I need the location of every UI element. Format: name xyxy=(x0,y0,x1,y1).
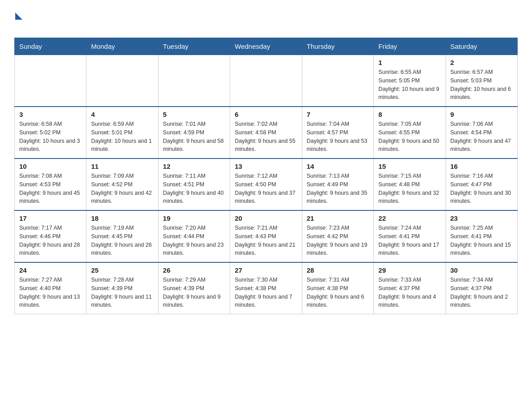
weekday-header-row: SundayMondayTuesdayWednesdayThursdayFrid… xyxy=(15,38,518,55)
week-row-1: 3Sunrise: 6:58 AMSunset: 5:02 PMDaylight… xyxy=(15,107,518,158)
calendar-cell xyxy=(302,55,373,107)
day-number: 9 xyxy=(450,111,513,118)
calendar-cell: 22Sunrise: 7:24 AMSunset: 4:41 PMDayligh… xyxy=(374,210,446,262)
weekday-header-friday: Friday xyxy=(374,38,446,55)
day-info: Sunrise: 7:31 AMSunset: 4:38 PMDaylight:… xyxy=(307,276,369,309)
weekday-header-saturday: Saturday xyxy=(446,38,517,55)
calendar-cell: 2Sunrise: 6:57 AMSunset: 5:03 PMDaylight… xyxy=(446,55,517,107)
day-info: Sunrise: 7:23 AMSunset: 4:42 PMDaylight:… xyxy=(307,224,369,257)
day-number: 1 xyxy=(378,59,441,66)
calendar-cell xyxy=(158,55,230,107)
day-number: 11 xyxy=(91,163,153,170)
day-number: 29 xyxy=(378,266,441,274)
day-info: Sunrise: 7:17 AMSunset: 4:46 PMDaylight:… xyxy=(19,224,82,257)
weekday-header-monday: Monday xyxy=(86,38,158,55)
weekday-header-thursday: Thursday xyxy=(302,38,373,55)
day-info: Sunrise: 7:01 AMSunset: 4:59 PMDaylight:… xyxy=(163,120,225,154)
day-number: 27 xyxy=(235,266,297,274)
calendar-cell: 23Sunrise: 7:25 AMSunset: 4:41 PMDayligh… xyxy=(446,210,517,262)
calendar-cell xyxy=(86,55,158,107)
calendar-cell: 18Sunrise: 7:19 AMSunset: 4:45 PMDayligh… xyxy=(86,210,158,262)
day-number: 22 xyxy=(378,214,441,222)
day-info: Sunrise: 7:30 AMSunset: 4:38 PMDaylight:… xyxy=(235,276,297,309)
week-row-0: 1Sunrise: 6:55 AMSunset: 5:05 PMDaylight… xyxy=(15,55,518,107)
calendar-cell: 11Sunrise: 7:09 AMSunset: 4:52 PMDayligh… xyxy=(86,158,158,210)
day-info: Sunrise: 7:33 AMSunset: 4:37 PMDaylight:… xyxy=(378,276,441,309)
logo-triangle-icon xyxy=(15,13,22,20)
calendar-cell: 20Sunrise: 7:21 AMSunset: 4:43 PMDayligh… xyxy=(230,210,302,262)
day-number: 24 xyxy=(19,266,82,274)
day-info: Sunrise: 7:06 AMSunset: 4:54 PMDaylight:… xyxy=(450,120,513,154)
page-header xyxy=(14,11,518,30)
calendar-cell: 4Sunrise: 6:59 AMSunset: 5:01 PMDaylight… xyxy=(86,107,158,158)
day-number: 6 xyxy=(235,111,297,118)
day-info: Sunrise: 7:20 AMSunset: 4:44 PMDaylight:… xyxy=(163,224,225,257)
calendar-cell: 19Sunrise: 7:20 AMSunset: 4:44 PMDayligh… xyxy=(158,210,230,262)
day-info: Sunrise: 7:21 AMSunset: 4:43 PMDaylight:… xyxy=(235,224,297,257)
day-number: 21 xyxy=(307,214,369,222)
day-info: Sunrise: 7:02 AMSunset: 4:58 PMDaylight:… xyxy=(235,120,297,154)
calendar-cell: 7Sunrise: 7:04 AMSunset: 4:57 PMDaylight… xyxy=(302,107,373,158)
calendar-cell xyxy=(15,55,86,107)
day-number: 20 xyxy=(235,214,297,222)
day-number: 15 xyxy=(378,163,441,170)
weekday-header-sunday: Sunday xyxy=(15,38,86,55)
day-info: Sunrise: 7:12 AMSunset: 4:50 PMDaylight:… xyxy=(235,172,297,206)
calendar-table: SundayMondayTuesdayWednesdayThursdayFrid… xyxy=(14,38,518,314)
day-number: 23 xyxy=(450,214,513,222)
day-number: 30 xyxy=(450,266,513,274)
weekday-header-tuesday: Tuesday xyxy=(158,38,230,55)
weekday-header-wednesday: Wednesday xyxy=(230,38,302,55)
calendar-cell: 10Sunrise: 7:08 AMSunset: 4:53 PMDayligh… xyxy=(15,158,86,210)
calendar-cell: 1Sunrise: 6:55 AMSunset: 5:05 PMDaylight… xyxy=(374,55,446,107)
calendar-cell: 26Sunrise: 7:29 AMSunset: 4:39 PMDayligh… xyxy=(158,262,230,314)
day-info: Sunrise: 7:04 AMSunset: 4:57 PMDaylight:… xyxy=(307,120,369,154)
calendar-cell: 24Sunrise: 7:27 AMSunset: 4:40 PMDayligh… xyxy=(15,262,86,314)
day-number: 14 xyxy=(307,163,369,170)
calendar-cell: 8Sunrise: 7:05 AMSunset: 4:55 PMDaylight… xyxy=(374,107,446,158)
day-number: 7 xyxy=(307,111,369,118)
calendar-cell: 16Sunrise: 7:16 AMSunset: 4:47 PMDayligh… xyxy=(446,158,517,210)
day-info: Sunrise: 7:08 AMSunset: 4:53 PMDaylight:… xyxy=(19,172,82,206)
day-info: Sunrise: 7:19 AMSunset: 4:45 PMDaylight:… xyxy=(91,224,153,257)
day-info: Sunrise: 6:59 AMSunset: 5:01 PMDaylight:… xyxy=(91,120,153,154)
day-number: 25 xyxy=(91,266,153,274)
calendar-cell: 27Sunrise: 7:30 AMSunset: 4:38 PMDayligh… xyxy=(230,262,302,314)
day-number: 16 xyxy=(450,163,513,170)
calendar-cell: 15Sunrise: 7:15 AMSunset: 4:48 PMDayligh… xyxy=(374,158,446,210)
day-info: Sunrise: 7:13 AMSunset: 4:49 PMDaylight:… xyxy=(307,172,369,206)
day-number: 10 xyxy=(19,163,82,170)
day-info: Sunrise: 7:25 AMSunset: 4:41 PMDaylight:… xyxy=(450,224,513,257)
day-number: 5 xyxy=(163,111,225,118)
day-info: Sunrise: 6:55 AMSunset: 5:05 PMDaylight:… xyxy=(378,68,441,102)
day-info: Sunrise: 7:11 AMSunset: 4:51 PMDaylight:… xyxy=(163,172,225,206)
day-number: 19 xyxy=(163,214,225,222)
calendar-cell: 3Sunrise: 6:58 AMSunset: 5:02 PMDaylight… xyxy=(15,107,86,158)
day-info: Sunrise: 7:34 AMSunset: 4:37 PMDaylight:… xyxy=(450,276,513,309)
day-info: Sunrise: 7:28 AMSunset: 4:39 PMDaylight:… xyxy=(91,276,153,309)
day-info: Sunrise: 7:16 AMSunset: 4:47 PMDaylight:… xyxy=(450,172,513,206)
calendar-cell: 25Sunrise: 7:28 AMSunset: 4:39 PMDayligh… xyxy=(86,262,158,314)
day-number: 3 xyxy=(19,111,82,118)
calendar-cell: 9Sunrise: 7:06 AMSunset: 4:54 PMDaylight… xyxy=(446,107,517,158)
day-info: Sunrise: 7:05 AMSunset: 4:55 PMDaylight:… xyxy=(378,120,441,154)
day-info: Sunrise: 7:24 AMSunset: 4:41 PMDaylight:… xyxy=(378,224,441,257)
calendar-cell: 30Sunrise: 7:34 AMSunset: 4:37 PMDayligh… xyxy=(446,262,517,314)
calendar-cell: 21Sunrise: 7:23 AMSunset: 4:42 PMDayligh… xyxy=(302,210,373,262)
day-number: 18 xyxy=(91,214,153,222)
day-number: 17 xyxy=(19,214,82,222)
calendar-cell: 28Sunrise: 7:31 AMSunset: 4:38 PMDayligh… xyxy=(302,262,373,314)
day-info: Sunrise: 6:57 AMSunset: 5:03 PMDaylight:… xyxy=(450,68,513,102)
week-row-2: 10Sunrise: 7:08 AMSunset: 4:53 PMDayligh… xyxy=(15,158,518,210)
day-number: 28 xyxy=(307,266,369,274)
calendar-cell: 29Sunrise: 7:33 AMSunset: 4:37 PMDayligh… xyxy=(374,262,446,314)
calendar-cell: 17Sunrise: 7:17 AMSunset: 4:46 PMDayligh… xyxy=(15,210,86,262)
day-info: Sunrise: 7:09 AMSunset: 4:52 PMDaylight:… xyxy=(91,172,153,206)
week-row-4: 24Sunrise: 7:27 AMSunset: 4:40 PMDayligh… xyxy=(15,262,518,314)
day-number: 26 xyxy=(163,266,225,274)
day-number: 12 xyxy=(163,163,225,170)
calendar-cell: 5Sunrise: 7:01 AMSunset: 4:59 PMDaylight… xyxy=(158,107,230,158)
day-info: Sunrise: 6:58 AMSunset: 5:02 PMDaylight:… xyxy=(19,120,82,154)
logo xyxy=(14,11,22,30)
day-number: 4 xyxy=(91,111,153,118)
